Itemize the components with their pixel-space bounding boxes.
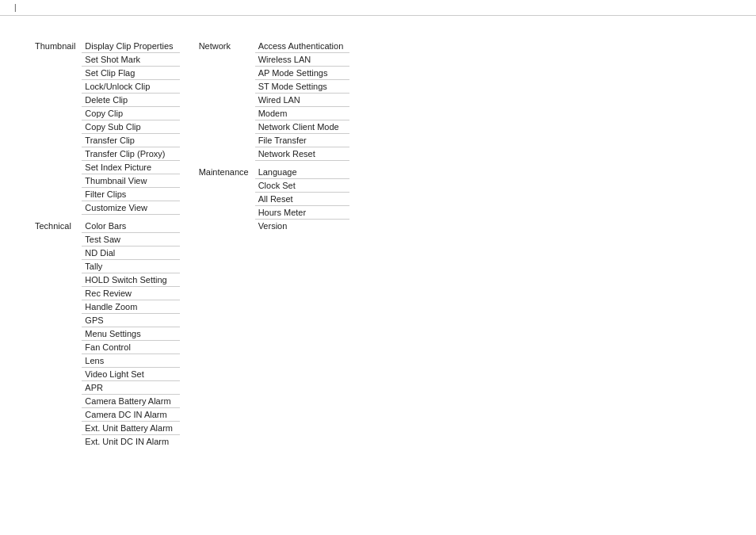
item-cell: Network Client Mode (255, 120, 350, 134)
item-cell: Access Authentication (255, 40, 350, 53)
table-row: Camera DC IN Alarm (32, 407, 180, 421)
item-cell: Color Bars (82, 220, 179, 233)
item-cell: Customize View (82, 201, 179, 215)
category-cell (32, 246, 82, 259)
item-cell: GPS (82, 313, 179, 327)
category-cell (196, 120, 255, 134)
item-cell: Wireless LAN (255, 53, 350, 67)
category-cell (196, 205, 255, 219)
right-table-wrapper: NetworkAccess AuthenticationWireless LAN… (196, 40, 366, 232)
table-row: ST Mode Settings (196, 80, 350, 94)
table-row: Video Light Set (32, 367, 180, 380)
category-cell (32, 201, 82, 215)
table-row: Delete Clip (32, 94, 180, 107)
item-cell: Modem (255, 107, 350, 120)
category-cell (32, 286, 82, 300)
item-cell: Lock/Unlock Clip (82, 80, 179, 94)
item-cell: Filter Clips (82, 188, 179, 201)
category-cell (196, 134, 255, 147)
table-row: Copy Clip (32, 107, 180, 120)
category-cell: Technical (32, 220, 82, 233)
item-cell: Copy Sub Clip (82, 120, 179, 134)
category-cell (32, 300, 82, 313)
item-cell: Transfer Clip (Proxy) (82, 147, 179, 161)
category-cell (32, 120, 82, 134)
category-cell (32, 421, 82, 434)
table-row: Set Clip Flag (32, 67, 180, 80)
category-cell (32, 394, 82, 407)
item-cell: ND Dial (82, 246, 179, 259)
category-cell (32, 67, 82, 80)
category-cell (32, 327, 82, 340)
category-cell (196, 178, 255, 192)
item-cell: Camera Battery Alarm (82, 394, 179, 407)
category-cell (32, 273, 82, 286)
table-row: Test Saw (32, 232, 180, 246)
table-row: Filter Clips (32, 188, 180, 201)
item-cell: APR (82, 380, 179, 394)
category-cell: Thumbnail (32, 40, 82, 53)
table-row: Wired LAN (196, 94, 350, 107)
header-bar: | (0, 0, 756, 16)
item-cell: Copy Clip (82, 107, 179, 120)
item-cell: Video Light Set (82, 367, 179, 380)
item-cell: Thumbnail View (82, 174, 179, 188)
category-cell (196, 107, 255, 120)
item-cell: Language (255, 166, 350, 179)
table-row: All Reset (196, 192, 350, 205)
table-row: GPS (32, 313, 180, 327)
table-row: Wireless LAN (196, 53, 350, 67)
table-row: Thumbnail View (32, 174, 180, 188)
category-cell (196, 219, 255, 232)
table-row: Customize View (32, 201, 180, 215)
table-row: Set Shot Mark (32, 53, 180, 67)
table-row: Version (196, 219, 350, 232)
item-cell: Test Saw (82, 232, 179, 246)
category-cell (32, 353, 82, 367)
table-row: Ext. Unit Battery Alarm (32, 421, 180, 434)
tables-container: ThumbnailDisplay Clip PropertiesSet Shot… (32, 40, 724, 448)
item-cell: Clock Set (255, 178, 350, 192)
item-cell: Transfer Clip (82, 134, 179, 147)
category-cell: Maintenance (196, 166, 255, 179)
category-cell (196, 80, 255, 94)
item-cell: All Reset (255, 192, 350, 205)
table-row: Clock Set (196, 178, 350, 192)
item-cell: Version (255, 219, 350, 232)
table-row: Copy Sub Clip (32, 120, 180, 134)
category-cell (32, 134, 82, 147)
table-row: TechnicalColor Bars (32, 220, 180, 233)
item-cell: Display Clip Properties (82, 40, 179, 53)
item-cell: Set Clip Flag (82, 67, 179, 80)
category-cell (32, 188, 82, 201)
category-cell (196, 67, 255, 80)
item-cell: Menu Settings (82, 327, 179, 340)
category-cell (32, 107, 82, 120)
item-cell: Fan Control (82, 340, 179, 353)
content-area: ThumbnailDisplay Clip PropertiesSet Shot… (0, 16, 756, 472)
table-row: Modem (196, 107, 350, 120)
table-row: ThumbnailDisplay Clip Properties (32, 40, 180, 53)
item-cell: File Transfer (255, 134, 350, 147)
item-cell: Delete Clip (82, 94, 179, 107)
item-cell: ST Mode Settings (255, 80, 350, 94)
table-row: Transfer Clip (Proxy) (32, 147, 180, 161)
item-cell: Handle Zoom (82, 300, 179, 313)
category-cell (32, 53, 82, 67)
table-row: Tally (32, 259, 180, 273)
item-cell: Set Shot Mark (82, 53, 179, 67)
table-row: HOLD Switch Setting (32, 273, 180, 286)
item-cell: HOLD Switch Setting (82, 273, 179, 286)
table-row: Handle Zoom (32, 300, 180, 313)
category-cell (196, 53, 255, 67)
table-row: Hours Meter (196, 205, 350, 219)
table-row: Transfer Clip (32, 134, 180, 147)
category-cell: Network (196, 40, 255, 53)
category-cell (196, 147, 255, 161)
table-row: Network Reset (196, 147, 350, 161)
table-row: Rec Review (32, 286, 180, 300)
item-cell: Network Reset (255, 147, 350, 161)
table-row: Menu Settings (32, 327, 180, 340)
item-cell: Hours Meter (255, 205, 350, 219)
table-row: Network Client Mode (196, 120, 350, 134)
